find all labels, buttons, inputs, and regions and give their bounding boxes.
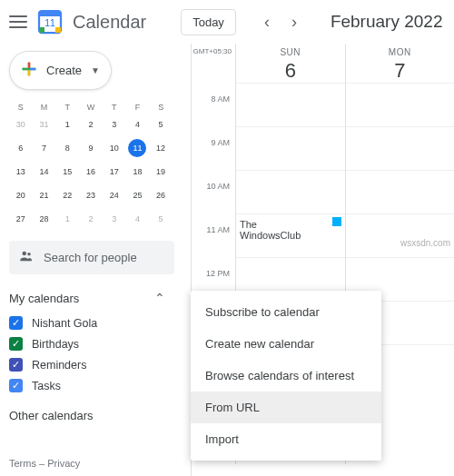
mini-day[interactable]: 16 bbox=[82, 163, 100, 181]
my-calendars-toggle[interactable]: My calendars ⌃ bbox=[9, 291, 191, 305]
mini-day[interactable]: 1 bbox=[58, 210, 76, 228]
day-headers: GMT+05:30 SUN 6 MON 7 bbox=[192, 44, 454, 83]
calendar-item[interactable]: ✓Nishant Gola bbox=[9, 312, 191, 333]
mini-day[interactable]: 5 bbox=[152, 115, 170, 134]
menu-item[interactable]: From URL bbox=[191, 392, 381, 423]
sidebar: Create ▼ SMTWTFS 30311234567891011121314… bbox=[0, 44, 191, 476]
mini-day[interactable]: 4 bbox=[128, 115, 146, 134]
svg-rect-2 bbox=[55, 27, 61, 33]
event-line1: The bbox=[240, 219, 340, 230]
svg-rect-3 bbox=[39, 27, 44, 33]
calendar-checkbox[interactable]: ✓ bbox=[9, 316, 23, 330]
mini-dow: T bbox=[103, 103, 126, 112]
other-calendars-section: Other calendars bbox=[9, 409, 191, 422]
menu-item[interactable]: Import bbox=[191, 423, 381, 455]
mini-day[interactable]: 21 bbox=[35, 186, 54, 204]
menu-item[interactable]: Create new calendar bbox=[191, 328, 381, 360]
dow-label: SUN bbox=[236, 47, 345, 57]
other-calendars-toggle[interactable]: Other calendars bbox=[9, 409, 191, 422]
time-label: 11 AM bbox=[192, 225, 235, 269]
mini-day[interactable]: 3 bbox=[105, 115, 123, 134]
mini-day[interactable]: 20 bbox=[12, 186, 30, 204]
mini-day[interactable]: 17 bbox=[105, 163, 123, 181]
day-header-sun[interactable]: SUN 6 bbox=[235, 44, 345, 83]
time-label: 9 AM bbox=[192, 138, 235, 182]
mini-calendar: SMTWTFS 30311234567891011121314151617181… bbox=[9, 103, 173, 228]
chevron-up-icon: ⌃ bbox=[154, 291, 165, 305]
time-label: 8 AM bbox=[192, 94, 235, 138]
mini-day[interactable]: 12 bbox=[152, 139, 170, 157]
today-button[interactable]: Today bbox=[181, 9, 236, 35]
create-button[interactable]: Create ▼ bbox=[9, 51, 112, 90]
create-label: Create bbox=[46, 64, 82, 77]
mini-dow: S bbox=[9, 103, 33, 112]
mini-dow: W bbox=[79, 103, 103, 112]
search-people-input[interactable]: Search for people bbox=[9, 241, 174, 274]
prev-arrow-icon[interactable]: ‹ bbox=[254, 9, 280, 35]
next-arrow-icon[interactable]: › bbox=[281, 9, 307, 35]
app-title: Calendar bbox=[73, 12, 146, 33]
calendar-logo[interactable]: 11 bbox=[36, 8, 64, 35]
mini-day[interactable]: 13 bbox=[12, 163, 30, 181]
calendar-item[interactable]: ✓Reminders bbox=[9, 354, 191, 375]
mini-day[interactable]: 31 bbox=[35, 115, 54, 134]
mini-day[interactable]: 22 bbox=[58, 186, 76, 204]
other-calendars-menu: Subscribe to calendarCreate new calendar… bbox=[191, 291, 381, 461]
plus-icon bbox=[19, 59, 39, 82]
search-placeholder: Search for people bbox=[44, 251, 137, 264]
mini-day[interactable]: 11 bbox=[128, 139, 146, 157]
mini-day[interactable]: 5 bbox=[152, 210, 170, 228]
calendar-label: Nishant Gola bbox=[32, 317, 97, 330]
calendar-checkbox[interactable]: ✓ bbox=[9, 358, 23, 372]
time-label: 10 AM bbox=[192, 182, 235, 225]
mini-day[interactable]: 28 bbox=[35, 210, 54, 228]
menu-item[interactable]: Subscribe to calendar bbox=[191, 296, 381, 328]
mini-day[interactable]: 2 bbox=[82, 115, 100, 134]
calendar-checkbox[interactable]: ✓ bbox=[9, 337, 23, 351]
other-calendars-title: Other calendars bbox=[9, 409, 94, 422]
event-accent-icon bbox=[332, 217, 341, 226]
mini-day[interactable]: 30 bbox=[12, 115, 30, 134]
dow-label: MON bbox=[346, 47, 455, 57]
svg-text:11: 11 bbox=[44, 17, 55, 28]
mini-day[interactable]: 3 bbox=[105, 210, 123, 228]
footer-links: Terms – Privacy bbox=[9, 458, 80, 469]
dom-label: 6 bbox=[236, 59, 345, 83]
calendar-label: Birthdays bbox=[32, 338, 79, 351]
privacy-link[interactable]: Privacy bbox=[47, 458, 80, 469]
calendar-item[interactable]: ✓Tasks bbox=[9, 375, 191, 396]
day-header-mon[interactable]: MON 7 bbox=[345, 44, 455, 83]
mini-day[interactable]: 10 bbox=[105, 139, 123, 157]
mini-day[interactable]: 15 bbox=[58, 163, 76, 181]
mini-day[interactable]: 14 bbox=[35, 163, 54, 181]
mini-day[interactable]: 7 bbox=[35, 139, 54, 157]
mini-dow: S bbox=[149, 103, 173, 112]
mini-day[interactable]: 1 bbox=[58, 115, 76, 134]
event-windowsclub[interactable]: The WindowsClub bbox=[236, 217, 343, 243]
mini-day[interactable]: 25 bbox=[128, 186, 146, 204]
mini-day[interactable]: 26 bbox=[152, 186, 170, 204]
month-title[interactable]: February 2022 bbox=[331, 12, 443, 32]
mini-dow: T bbox=[55, 103, 79, 112]
watermark: wsxsdn.com bbox=[400, 238, 450, 248]
footer-sep: – bbox=[36, 458, 47, 469]
hamburger-icon[interactable] bbox=[7, 11, 29, 33]
mini-day[interactable]: 8 bbox=[58, 139, 76, 157]
mini-day[interactable]: 4 bbox=[128, 210, 146, 228]
caret-down-icon: ▼ bbox=[91, 65, 100, 75]
dom-label: 7 bbox=[346, 59, 455, 83]
mini-day[interactable]: 19 bbox=[152, 163, 170, 181]
menu-item[interactable]: Browse calendars of interest bbox=[191, 360, 381, 392]
terms-link[interactable]: Terms bbox=[9, 458, 36, 469]
mini-day[interactable]: 18 bbox=[128, 163, 146, 181]
mini-day[interactable]: 24 bbox=[105, 186, 123, 204]
event-line2: WindowsClub bbox=[240, 230, 340, 241]
nav-arrows: ‹ › bbox=[254, 9, 307, 35]
mini-day[interactable]: 27 bbox=[12, 210, 30, 228]
calendar-checkbox[interactable]: ✓ bbox=[9, 379, 23, 392]
calendar-item[interactable]: ✓Birthdays bbox=[9, 333, 191, 354]
mini-day[interactable]: 2 bbox=[82, 210, 100, 228]
mini-day[interactable]: 6 bbox=[12, 139, 30, 157]
mini-day[interactable]: 23 bbox=[82, 186, 100, 204]
mini-day[interactable]: 9 bbox=[82, 139, 100, 157]
